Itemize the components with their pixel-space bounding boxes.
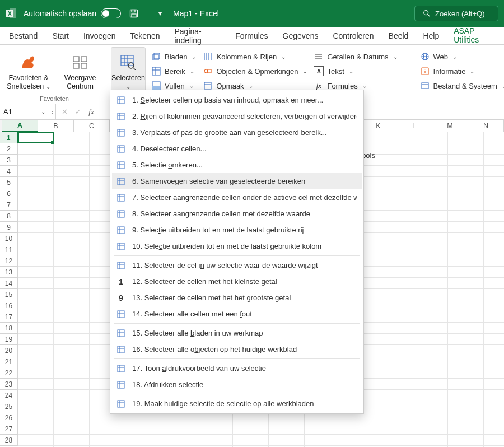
menu-item-label: 10. Selectie uitbreiden tot en met de la… — [132, 242, 357, 250]
kolommen-rijen-button[interactable]: Kolommen & Rijen⌄ — [199, 49, 310, 64]
autosave-toggle[interactable] — [101, 8, 121, 18]
row-header[interactable]: 10 — [0, 233, 18, 244]
menu-item[interactable]: 15. Selecteer alle bladen in uw werkmap — [112, 325, 362, 341]
row-header[interactable]: 17 — [0, 311, 18, 323]
row-header[interactable]: 7 — [0, 199, 18, 211]
tab-beeld[interactable]: Beeld — [383, 28, 414, 44]
favorieten-sneltoetsen-button[interactable]: Favorieten & Sneltoetsen ⌄ — [6, 47, 52, 94]
tab-tekenen[interactable]: Tekenen — [125, 28, 166, 44]
menu-item-label: 4. Deselecteer cellen... — [132, 145, 357, 153]
menu-separator — [114, 323, 360, 324]
web-button[interactable]: Web⌄ — [417, 49, 504, 64]
cancel-icon[interactable]: ✕ — [59, 108, 69, 116]
menu-item[interactable]: 17. Toon afdrukvoorbeeld van uw selectie — [112, 360, 362, 376]
svg-rect-65 — [118, 194, 124, 201]
menu-item[interactable]: 9. Selectie uitbreiden tot en met de laa… — [112, 222, 362, 238]
menu-item[interactable]: 19. Maak huidige selectie de selectie op… — [112, 395, 362, 412]
column-header[interactable]: N — [468, 120, 504, 132]
menu-item[interactable]: 8. Selecteer aangrenzende cellen met dez… — [112, 206, 362, 222]
objecten-opmerkingen-button[interactable]: Objecten & Opmerkingen⌄ — [199, 64, 310, 78]
range-icon — [151, 66, 161, 76]
tab-gegevens[interactable]: Gegevens — [277, 28, 324, 44]
tab-start[interactable]: Start — [46, 28, 74, 44]
menu-item[interactable]: 913. Selecteer de cellen met het het gro… — [112, 290, 362, 306]
chevron-down-icon: ⌄ — [126, 83, 130, 90]
row-header[interactable]: 24 — [0, 390, 18, 401]
autosave-control[interactable]: Automatisch opslaan — [24, 8, 121, 18]
column-header[interactable]: M — [432, 120, 468, 132]
menu-item[interactable]: 1. Selecteer cellen op basis van inhoud,… — [112, 92, 362, 108]
column-header[interactable]: C — [74, 120, 110, 132]
name-box[interactable]: A1 ⌄ — [0, 104, 49, 119]
confirm-icon[interactable]: ✓ — [73, 108, 83, 116]
menu-item[interactable]: 10. Selectie uitbreiden tot en met de la… — [112, 238, 362, 254]
row-header[interactable]: 20 — [0, 345, 18, 356]
column-header[interactable]: A — [2, 120, 38, 132]
row-header[interactable]: 23 — [0, 379, 18, 390]
row-header[interactable]: 12 — [0, 255, 18, 267]
bereik-button[interactable]: Bereik⌄ — [148, 64, 199, 78]
menu-item[interactable]: 2. Rijen of kolommen geavanceerd selecte… — [112, 108, 362, 124]
menu-item-icon — [115, 176, 127, 187]
tab-invoegen[interactable]: Invoegen — [78, 28, 122, 44]
row-header[interactable]: 4 — [0, 166, 18, 177]
menu-item[interactable]: 3. Verplaats of pas de grootte aan van g… — [112, 124, 362, 141]
row-header[interactable]: 19 — [0, 334, 18, 345]
tab-formules[interactable]: Formules — [230, 28, 273, 44]
informatie-button[interactable]: Informatie⌄ — [417, 64, 504, 78]
tekst-button[interactable]: ATekst⌄ — [310, 64, 400, 78]
menu-item[interactable]: 6. Samenvoegen selectie van geselecteerd… — [112, 173, 362, 189]
bladen-button[interactable]: Bladen⌄ — [148, 49, 199, 64]
selecteren-button[interactable]: Selecteren ⌄ — [111, 47, 146, 94]
row-header[interactable]: 8 — [0, 211, 18, 222]
row-header[interactable]: 3 — [0, 155, 18, 166]
globe-icon — [420, 52, 430, 62]
menu-item[interactable]: 14. Selecteer alle cellen met een fout — [112, 306, 362, 322]
menu-item-label: 9. Selectie uitbreiden tot en met de laa… — [132, 226, 357, 234]
save-icon[interactable] — [128, 7, 140, 20]
row-header[interactable]: 5 — [0, 177, 18, 188]
row-header[interactable]: 2 — [0, 143, 18, 155]
tab-controleren[interactable]: Controleren — [327, 28, 379, 44]
tab-bestand[interactable]: Bestand — [3, 28, 43, 44]
bestand-systeem-button[interactable]: Bestand & Systeem⌄ — [417, 78, 504, 93]
svg-rect-89 — [118, 365, 124, 372]
row-header[interactable]: 18 — [0, 323, 18, 334]
menu-item[interactable]: 11. Selecteer de cel in uw selectie waar… — [112, 257, 362, 273]
row-header[interactable]: 22 — [0, 367, 18, 379]
menu-item[interactable]: 5. Selectie omkeren... — [112, 157, 362, 173]
svg-rect-86 — [118, 346, 124, 353]
row-header[interactable]: 1 — [0, 132, 18, 143]
getallen-datums-button[interactable]: Getallen & Datums⌄ — [310, 49, 400, 64]
menu-item[interactable]: 4. Deselecteer cellen... — [112, 141, 362, 157]
row-header[interactable]: 27 — [0, 423, 18, 435]
row-header[interactable]: 9 — [0, 222, 18, 233]
label: Selecteren — [111, 74, 145, 82]
row-header[interactable]: 16 — [0, 300, 18, 311]
menu-item[interactable]: 18. Afdrukken selectie — [112, 376, 362, 393]
column-header[interactable]: L — [396, 120, 432, 132]
svg-rect-5 — [132, 14, 136, 17]
row-header[interactable]: 15 — [0, 289, 18, 300]
column-header[interactable]: B — [38, 120, 74, 132]
quick-access-dropdown-icon[interactable]: ▾ — [154, 7, 166, 20]
search-box[interactable]: Zoeken (Alt+Q) — [414, 6, 498, 21]
row-header[interactable]: 11 — [0, 244, 18, 255]
tab-help[interactable]: Help — [417, 28, 445, 44]
menu-item[interactable]: 16. Selecteer alle objecten op het huidi… — [112, 341, 362, 357]
row-header[interactable]: 25 — [0, 401, 18, 412]
menu-item[interactable]: 112. Selecteer de cellen met het kleinst… — [112, 273, 362, 290]
row-header[interactable]: 21 — [0, 356, 18, 367]
menu-item[interactable]: 7. Selecteer aangrenzende cellen onder d… — [112, 189, 362, 206]
row-header[interactable]: 6 — [0, 188, 18, 199]
numbers-icon — [314, 52, 324, 62]
name-box-expand[interactable]: ⋮ — [49, 104, 56, 119]
row-header[interactable]: 14 — [0, 278, 18, 289]
column-header[interactable]: K — [361, 120, 396, 132]
row-header[interactable]: 26 — [0, 412, 18, 423]
fx-icon[interactable]: fx — [86, 108, 96, 117]
weergave-centrum-button[interactable]: Weergave Centrum — [57, 47, 103, 94]
row-header[interactable]: 28 — [0, 435, 18, 446]
tab-pagina-indeling[interactable]: Pagina-indeling — [169, 24, 227, 48]
row-header[interactable]: 13 — [0, 267, 18, 278]
